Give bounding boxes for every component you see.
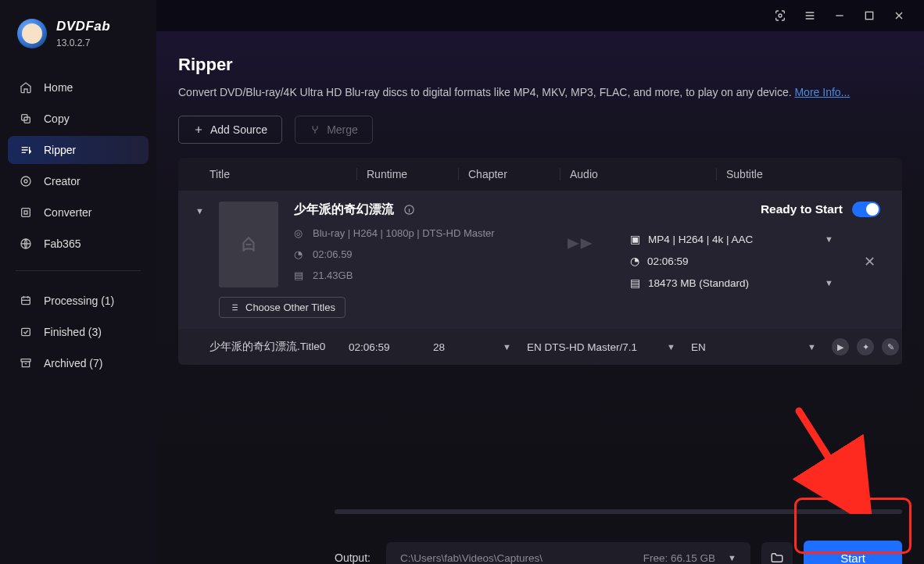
col-runtime: Runtime	[356, 168, 458, 180]
subrow-audio: EN DTS-HD Master/7.1	[527, 341, 637, 353]
nav-ripper[interactable]: Ripper	[8, 136, 149, 164]
maximize-icon[interactable]	[863, 9, 876, 22]
enable-toggle[interactable]	[852, 202, 880, 217]
svg-point-9	[779, 14, 782, 17]
chevron-down-icon: ▼	[503, 342, 527, 352]
ripper-icon	[19, 144, 33, 156]
menu-icon[interactable]	[804, 9, 816, 22]
nav-processing[interactable]: Processing (1)	[8, 287, 149, 315]
nav-fab365[interactable]: Fab365	[8, 230, 149, 258]
nav-converter[interactable]: Converter	[8, 198, 149, 227]
svg-rect-10	[865, 12, 872, 19]
page-title: Ripper	[178, 55, 902, 75]
footer-bar: Output: C:\Users\fab\Videos\Captures\ Fr…	[335, 541, 902, 564]
source-item: ▼ Ready to Start ✕ 少年派的奇幻漂流 ◎Blu-ray | H…	[178, 191, 902, 329]
remove-item-icon[interactable]: ✕	[864, 253, 876, 270]
brand-version: 13.0.2.7	[56, 37, 110, 48]
nav-label: Fab365	[44, 237, 81, 250]
source-size: 21.43GB	[313, 270, 353, 281]
list-icon	[229, 302, 239, 312]
output-path-field[interactable]: C:\Users\fab\Videos\Captures\ Free: 66.1…	[386, 542, 750, 564]
output-size: 18473 MB (Standard)	[648, 277, 749, 289]
expand-toggle[interactable]: ▼	[195, 206, 204, 216]
horizontal-scrollbar[interactable]	[335, 509, 902, 514]
output-runtime: 02:06:59	[647, 255, 689, 267]
browse-folder-button[interactable]	[761, 542, 793, 564]
plus-icon	[193, 124, 204, 135]
source-spec: Blu-ray | H264 | 1080p | DTS-HD Master	[313, 227, 495, 239]
nav-label: Finished (3)	[44, 326, 102, 338]
edit-icon[interactable]: ✎	[882, 338, 899, 355]
list-header: Title Runtime Chapter Audio Subtitle	[178, 158, 902, 191]
chevron-down-icon: ▼	[825, 278, 833, 287]
nav-creator[interactable]: Creator	[8, 167, 149, 195]
globe-icon	[19, 237, 33, 250]
col-title: Title	[210, 168, 356, 180]
copy-icon	[19, 112, 33, 125]
info-icon[interactable]	[403, 204, 415, 216]
chapter-select[interactable]: 28 ▼	[433, 341, 527, 353]
brand-name: DVDFab	[56, 19, 110, 34]
settings-icon[interactable]: ✦	[857, 338, 874, 355]
nav-copy[interactable]: Copy	[8, 105, 149, 133]
merge-button: Merge	[295, 116, 373, 144]
more-info-link[interactable]: More Info...	[794, 86, 850, 98]
logo-block: DVDFab 13.0.2.7	[0, 14, 156, 69]
svg-point-2	[21, 177, 30, 186]
output-path-value: C:\Users\fab\Videos\Captures\	[400, 552, 543, 564]
clock-icon: ◔	[294, 248, 305, 260]
storage-icon: ▤	[294, 270, 305, 281]
folder-icon	[770, 551, 784, 564]
merge-icon	[310, 124, 321, 135]
svg-rect-7	[22, 328, 30, 335]
col-subtitle: Subtitle	[716, 168, 902, 180]
chevron-down-icon: ▼	[825, 234, 833, 244]
chevron-down-icon: ▼	[728, 553, 736, 562]
nav-home[interactable]: Home	[8, 73, 149, 102]
col-audio: Audio	[560, 168, 716, 180]
nav-finished[interactable]: Finished (3)	[8, 318, 149, 346]
merge-label: Merge	[327, 123, 358, 136]
format-icon: ▣	[630, 233, 640, 245]
nav-archived[interactable]: Archived (7)	[8, 349, 149, 377]
free-space-value: Free: 66.15 GB ▼	[643, 552, 736, 564]
nav-label: Copy	[44, 112, 70, 125]
creator-icon	[19, 175, 33, 187]
theme-icon[interactable]	[774, 9, 786, 22]
nav-label: Creator	[44, 175, 81, 187]
subrow-chapter: 28	[433, 341, 445, 353]
poster-thumbnail	[219, 202, 278, 287]
toolbar: Add Source Merge	[178, 116, 902, 144]
output-label: Output:	[335, 552, 371, 564]
convert-arrow-icon	[568, 235, 607, 255]
sidebar: DVDFab 13.0.2.7 Home Copy Ripper Creator…	[0, 0, 156, 564]
start-button[interactable]: Start	[804, 541, 902, 564]
svg-rect-8	[21, 359, 30, 362]
output-spec: MP4 | H264 | 4k | AAC	[648, 234, 753, 245]
subtitle-select[interactable]: EN ▼	[691, 341, 832, 353]
svg-rect-4	[22, 209, 30, 217]
close-icon[interactable]	[893, 9, 905, 22]
add-source-label: Add Source	[210, 123, 267, 136]
storage-icon: ▤	[630, 277, 640, 289]
audio-select[interactable]: EN DTS-HD Master/7.1 ▼	[527, 341, 691, 353]
choose-other-titles-button[interactable]: Choose Other Titles	[219, 297, 346, 318]
output-size-select[interactable]: 18473 MB (Standard) ▼	[648, 277, 833, 289]
title-subrow[interactable]: 少年派的奇幻漂流.Title0 02:06:59 28 ▼ EN DTS-HD …	[178, 329, 902, 365]
finished-icon	[19, 326, 33, 338]
converter-icon	[19, 206, 33, 219]
nav-label: Ripper	[44, 144, 76, 156]
add-source-button[interactable]: Add Source	[178, 116, 282, 144]
minimize-icon[interactable]	[833, 9, 846, 22]
clock-icon: ◔	[630, 255, 639, 267]
output-format-select[interactable]: MP4 | H264 | 4k | AAC ▼	[648, 234, 833, 245]
disc-icon: ◎	[294, 227, 305, 239]
subrow-subtitle: EN	[691, 341, 706, 353]
app-logo-icon	[17, 19, 47, 48]
window-controls	[755, 0, 924, 31]
play-preview-icon[interactable]: ▶	[832, 338, 849, 355]
page-description-text: Convert DVD/Blu-ray/4K Ultra HD Blu-ray …	[178, 86, 794, 98]
main-content: Ripper Convert DVD/Blu-ray/4K Ultra HD B…	[156, 31, 924, 564]
nav-divider	[16, 270, 141, 271]
source-info: 少年派的奇幻漂流 ◎Blu-ray | H264 | 1080p | DTS-H…	[294, 202, 544, 289]
